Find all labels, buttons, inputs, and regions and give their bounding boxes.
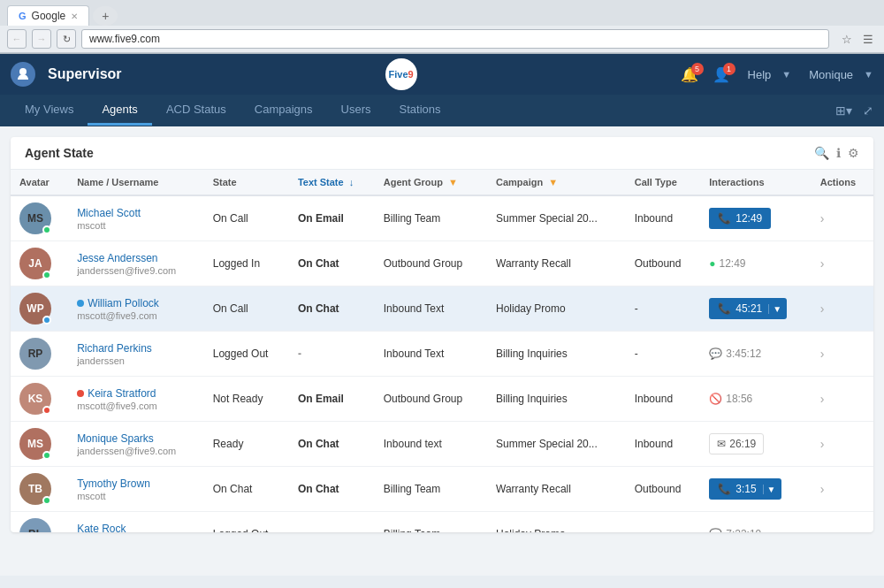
text-state-value: - <box>298 528 301 532</box>
expand-icon[interactable]: ⤢ <box>863 103 873 118</box>
bell-notification-button[interactable]: 🔔 5 <box>681 66 698 83</box>
interaction-phone-dropdown-button[interactable]: 📞 45:21 ▼ <box>709 298 787 319</box>
agent-name-link[interactable]: Michael Scott <box>77 207 141 219</box>
user-badge: 1 <box>723 63 735 75</box>
supervisor-avatar-icon <box>11 62 35 87</box>
cell-name: Tymothy Brown mscott <box>68 467 204 512</box>
cell-text-state: On Email <box>289 377 375 422</box>
tab-acd-status[interactable]: ACD Status <box>152 95 240 126</box>
secondary-navbar: My Views Agents ACD Status Campaigns Use… <box>0 95 884 126</box>
card-header-icons: 🔍 ℹ ⚙ <box>814 146 859 160</box>
cell-campaign: Summer Special 20... <box>487 195 626 241</box>
col-call-type: Call Type <box>626 170 701 195</box>
cell-state: On Call <box>204 195 289 241</box>
cell-state: Logged Out <box>204 512 289 533</box>
search-icon[interactable]: 🔍 <box>814 146 829 160</box>
main-content: Agent State 🔍 ℹ ⚙ Avatar Name / Username… <box>0 126 884 576</box>
row-action-chevron[interactable]: › <box>820 347 825 361</box>
cell-agent-group: Inbound Text <box>375 286 487 332</box>
cell-call-type: - <box>626 512 701 533</box>
col-campaign[interactable]: Campaign ▼ <box>487 170 626 195</box>
tab-users[interactable]: Users <box>327 95 385 126</box>
row-action-chevron[interactable]: › <box>820 211 825 225</box>
agent-name-link[interactable]: Tymothy Brown <box>77 477 150 490</box>
avatar: MS <box>19 428 51 460</box>
cell-call-type: Outbound <box>626 241 701 286</box>
settings-icon[interactable]: ☰ <box>859 30 877 48</box>
row-action-chevron[interactable]: › <box>820 392 825 406</box>
center-logo: Five9 <box>122 58 681 90</box>
cell-call-type: Inbound <box>626 195 701 241</box>
row-action-chevron[interactable]: › <box>820 256 825 271</box>
layout-icon[interactable]: ⊞▾ <box>835 103 852 118</box>
agent-username: janderssen@five9.com <box>77 446 195 456</box>
table-header: Avatar Name / Username State Text State … <box>11 170 873 195</box>
cell-actions: › <box>812 286 873 332</box>
check-circle-icon: ● <box>709 257 715 270</box>
cell-text-state: On Chat <box>289 241 375 286</box>
tab-my-views[interactable]: My Views <box>11 95 88 126</box>
agent-name-link[interactable]: Richard Perkins <box>77 342 152 355</box>
cell-campaign: Holiday Promo <box>487 286 626 332</box>
tab-campaigns[interactable]: Campaigns <box>240 95 327 126</box>
card-title: Agent State <box>25 146 94 160</box>
agent-table-body: MS Michael Scott mscott On Call On Email… <box>11 195 873 532</box>
bell-badge: 5 <box>691 63 704 75</box>
back-button[interactable]: ← <box>7 29 27 49</box>
forward-button[interactable]: → <box>32 29 51 49</box>
table-row: WP William Pollock mscott@five9.com On C… <box>11 286 873 332</box>
cell-avatar: RP <box>11 332 68 377</box>
interaction-phone-dropdown-button[interactable]: 📞 3:15 ▼ <box>709 478 781 500</box>
bookmark-star-icon[interactable]: ☆ <box>838 30 856 48</box>
cell-call-type: Inbound <box>626 377 701 422</box>
status-dot <box>42 406 51 415</box>
interaction-email-button[interactable]: ✉ 26:19 <box>709 433 764 454</box>
cell-avatar: WP <box>11 286 68 332</box>
col-agent-group[interactable]: Agent Group ▼ <box>375 170 487 195</box>
cell-avatar: KS <box>11 377 68 422</box>
agent-name-link[interactable]: Kate Rock <box>77 523 126 533</box>
row-action-chevron[interactable]: › <box>820 527 825 532</box>
browser-tab-google[interactable]: G Google ✕ <box>7 5 89 26</box>
help-menu[interactable]: Help <box>748 68 772 81</box>
row-action-chevron[interactable]: › <box>820 482 825 496</box>
agent-name-link[interactable]: Jesse Anderssen <box>77 252 157 264</box>
table-row: MS Monique Sparks janderssen@five9.com R… <box>11 422 873 467</box>
phone-icon: 📞 <box>718 483 731 495</box>
cell-name: Michael Scott mscott <box>68 195 204 241</box>
cell-name: Richard Perkins janderssen <box>68 332 204 377</box>
refresh-button[interactable]: ↻ <box>57 29 76 49</box>
tab-stations[interactable]: Stations <box>385 95 455 126</box>
agent-username: mscott <box>77 491 195 501</box>
cell-actions: › <box>812 512 873 533</box>
user-menu[interactable]: Monique <box>809 68 853 81</box>
new-tab-button[interactable]: + <box>93 6 118 26</box>
cell-campaign: Holiday Promo <box>487 512 626 533</box>
cell-interactions: 📞 12:49 <box>700 195 812 241</box>
tab-close-button[interactable]: ✕ <box>71 11 78 21</box>
status-dot <box>42 451 51 460</box>
cell-interactions: ✉ 26:19 <box>700 422 812 467</box>
settings-cog-icon[interactable]: ⚙ <box>848 146 859 160</box>
table-row: TB Tymothy Brown mscott On Chat On Chat … <box>11 467 873 512</box>
info-icon[interactable]: ℹ <box>836 146 841 160</box>
agent-name-link[interactable]: Monique Sparks <box>77 432 154 445</box>
svg-point-0 <box>19 68 27 75</box>
col-text-state[interactable]: Text State ↓ <box>289 170 375 195</box>
avatar: TB <box>19 473 51 505</box>
interaction-phone-button[interactable]: 📞 12:49 <box>709 208 771 229</box>
row-action-chevron[interactable]: › <box>820 302 825 316</box>
row-action-chevron[interactable]: › <box>820 437 825 451</box>
col-state: State <box>204 170 289 195</box>
cell-call-type: - <box>626 286 701 332</box>
five9-logo: Five9 <box>385 58 417 90</box>
agent-name-link[interactable]: William Pollock <box>88 297 159 309</box>
address-bar[interactable]: www.five9.com <box>81 29 829 49</box>
interaction-timer: 🚫 18:56 <box>709 393 752 405</box>
cell-text-state: - <box>289 332 375 377</box>
cell-agent-group: Billing Team <box>375 195 487 241</box>
agent-name-link[interactable]: Keira Stratford <box>88 387 156 400</box>
tab-agents[interactable]: Agents <box>88 95 151 126</box>
cell-name: Keira Stratford mscott@five9.com <box>68 377 204 422</box>
user-notification-button[interactable]: 👤 1 <box>713 66 730 83</box>
